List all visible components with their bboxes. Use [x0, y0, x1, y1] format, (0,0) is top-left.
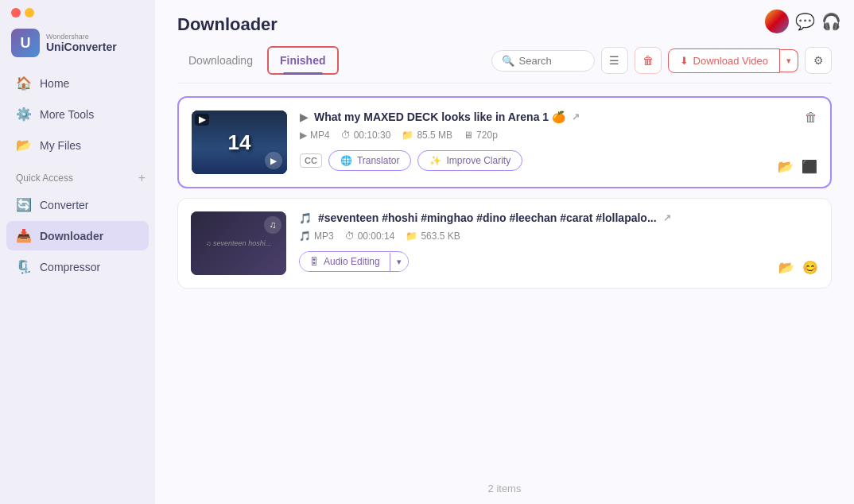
tabs-left: Downloading Finished: [177, 46, 339, 75]
tabs-bar: Downloading Finished 🔍 ☰ 🗑: [177, 46, 832, 75]
audio-thumbnail: ♫ seventeen hoshi... ♫: [191, 211, 286, 275]
titlebar: [0, 0, 155, 24]
items-count: 2 items: [488, 483, 522, 494]
thumb-number: 14: [228, 130, 251, 155]
translator-icon: 🌐: [340, 155, 352, 166]
card-meta: ▶ MP4 ⏱ 00:10:30 📁 85.5 MB 🖥 720p: [300, 130, 817, 141]
chevron-down-icon: ▾: [786, 56, 791, 65]
duration-badge: ⏱ 00:10:30: [341, 130, 391, 141]
download-video-dropdown-button[interactable]: ▾: [780, 49, 798, 72]
my-files-icon: 📂: [16, 138, 32, 153]
sidebar-item-more-tools-label: More Tools: [40, 108, 94, 121]
sidebar-item-more-tools[interactable]: ⚙️ More Tools: [6, 99, 149, 129]
download-icon: ⬇: [680, 55, 689, 67]
video-type-icon: ▶: [300, 111, 308, 123]
chevron-down-icon: ▾: [397, 257, 402, 266]
sidebar-item-converter-label: Converter: [40, 199, 88, 211]
duration-badge: ⏱ 00:00:14: [345, 231, 395, 242]
tabs-right: 🔍 ☰ 🗑 ⬇ Download Video ▾: [491, 47, 832, 74]
sidebar-item-compressor[interactable]: 🗜️ Compressor: [6, 252, 149, 281]
card-bottom-right: 📂 😊: [778, 260, 818, 275]
item-title: What my MAXED DECK looks like in Arena 1…: [314, 110, 565, 123]
gear-icon: ⚙: [813, 54, 824, 67]
size-icon: 📁: [406, 231, 417, 242]
open-external-icon[interactable]: ↗: [663, 212, 671, 223]
clarity-icon: ✨: [429, 155, 441, 166]
logo-area: U Wondershare UniConverter: [0, 24, 155, 68]
app-logo-icon: U: [11, 29, 40, 57]
topbar-right: 💬 🎧: [765, 10, 841, 33]
size-badge: 📁 563.5 KB: [406, 231, 460, 242]
brand-name: Wondershare: [46, 33, 117, 41]
trash-icon: 🗑: [642, 54, 654, 67]
card-bottom-right: 📂 ⬛: [778, 159, 817, 174]
audio-editing-dropdown: 🎛 Audio Editing ▾: [299, 251, 409, 272]
resolution-badge: 🖥 720p: [464, 130, 498, 141]
page-title: Downloader: [177, 14, 832, 35]
audio-editing-dropdown-button[interactable]: ▾: [390, 253, 408, 271]
add-quick-access-button[interactable]: +: [138, 171, 146, 185]
card-actions: 🎛 Audio Editing ▾: [299, 251, 818, 272]
media-card: 14 ▶ ▶ ▶ What my MAXED DECK looks like i…: [177, 96, 832, 188]
main-content: 💬 🎧 Downloader Downloading Finished 🔍 ☰: [155, 0, 854, 504]
card-info: 🎵 #seventeen #hoshi #minghao #dino #leec…: [299, 211, 818, 272]
card-actions: CC 🌐 Translator ✨ Improve Clarity: [300, 150, 817, 171]
sidebar-item-converter[interactable]: 🔄 Converter: [6, 190, 149, 219]
audio-editing-icon: 🎛: [309, 256, 319, 267]
converter-icon: 🔄: [16, 197, 32, 212]
list-view-button[interactable]: ☰: [601, 47, 628, 74]
folder-open-icon[interactable]: 📂: [778, 159, 794, 174]
folder-open-icon[interactable]: 📂: [778, 260, 794, 275]
close-button[interactable]: [11, 8, 21, 17]
app-name: UniConverter: [46, 41, 117, 53]
format-icon: ▶: [300, 130, 307, 141]
sidebar-section-nav: 🔄 Converter 📥 Downloader 🗜️ Compressor: [0, 190, 155, 281]
home-icon: 🏠: [16, 76, 32, 91]
tab-finished[interactable]: Finished: [267, 46, 339, 75]
sidebar-item-downloader[interactable]: 📥 Downloader: [6, 221, 149, 250]
cc-badge[interactable]: CC: [300, 153, 322, 168]
sidebar-nav: 🏠 Home ⚙️ More Tools 📂 My Files: [0, 68, 155, 160]
item-delete-button[interactable]: 🗑: [805, 110, 817, 125]
item-title: #seventeen #hoshi #minghao #dino #leecha…: [318, 211, 657, 224]
sidebar-item-my-files[interactable]: 📂 My Files: [6, 130, 149, 160]
sidebar-item-my-files-label: My Files: [40, 139, 81, 152]
tab-downloading[interactable]: Downloading: [177, 48, 264, 73]
format-badge: ▶ MP4: [300, 130, 330, 141]
duration-icon: ⏱: [341, 130, 351, 141]
translator-button[interactable]: 🌐 Translator: [328, 150, 412, 171]
search-box[interactable]: 🔍: [491, 50, 595, 72]
more-tools-icon: ⚙️: [16, 107, 32, 122]
download-video-button[interactable]: ⬇ Download Video: [668, 48, 780, 73]
sidebar-item-home[interactable]: 🏠 Home: [6, 68, 149, 98]
media-card: ♫ seventeen hoshi... ♫ 🎵 #seventeen #hos…: [177, 198, 832, 289]
user-avatar[interactable]: [765, 10, 789, 33]
more-options-icon[interactable]: ⬛: [802, 159, 817, 174]
quick-access-section: Quick Access +: [0, 160, 155, 190]
settings-button[interactable]: ⚙: [805, 47, 832, 74]
search-input[interactable]: [519, 55, 583, 67]
video-thumb-placeholder: 14 ▶ ▶: [192, 110, 287, 174]
res-icon: 🖥: [464, 130, 473, 141]
quick-access-label: Quick Access: [16, 173, 73, 184]
sidebar-item-downloader-label: Downloader: [40, 230, 103, 242]
duration-icon: ⏱: [345, 231, 355, 242]
delete-button[interactable]: 🗑: [635, 47, 662, 74]
size-badge: 📁 85.5 MB: [402, 130, 452, 141]
compressor-icon: 🗜️: [16, 259, 32, 274]
audio-type-icon: 🎵: [299, 212, 312, 224]
minimize-button[interactable]: [25, 8, 34, 17]
content-area: 14 ▶ ▶ ▶ What my MAXED DECK looks like i…: [155, 83, 854, 473]
audio-editing-button[interactable]: 🎛 Audio Editing: [300, 252, 390, 271]
main-header: Downloader Downloading Finished 🔍 ☰: [155, 0, 854, 75]
card-actions-right: 🗑: [805, 110, 817, 125]
size-icon: 📁: [402, 130, 413, 141]
search-icon: 🔍: [502, 55, 514, 67]
smiley-icon[interactable]: 😊: [802, 260, 818, 275]
chat-icon[interactable]: 💬: [795, 12, 815, 31]
headset-icon[interactable]: 🎧: [821, 12, 841, 31]
open-external-icon[interactable]: ↗: [572, 111, 580, 122]
improve-clarity-button[interactable]: ✨ Improve Clarity: [417, 150, 522, 171]
sidebar: U Wondershare UniConverter 🏠 Home ⚙️ Mor…: [0, 0, 155, 504]
traffic-lights: [11, 8, 34, 17]
